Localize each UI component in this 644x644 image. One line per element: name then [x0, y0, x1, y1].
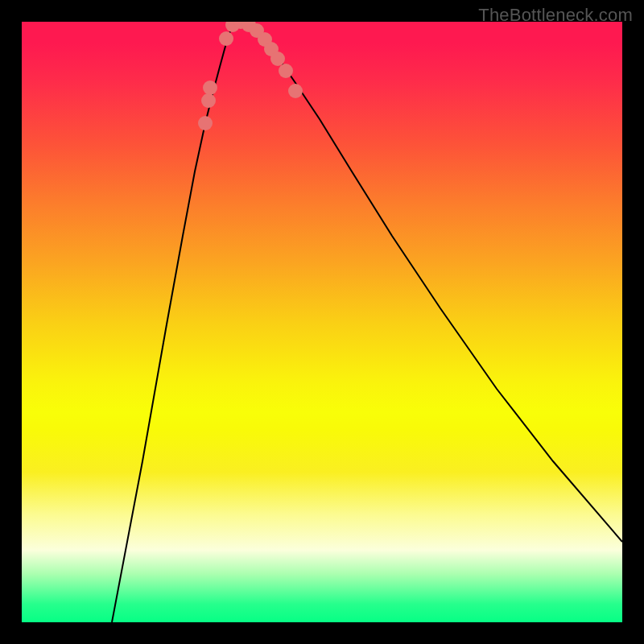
highlight-dot [279, 64, 293, 78]
curve-layer [22, 22, 622, 622]
chart-frame: TheBottleneck.com [0, 0, 644, 644]
bottleneck-curve [112, 22, 622, 622]
highlight-dot [219, 31, 233, 46]
highlight-dot [203, 80, 217, 95]
highlight-dots [198, 22, 303, 130]
highlight-dot [201, 93, 216, 108]
highlight-dot [270, 52, 285, 66]
highlight-dot [288, 84, 303, 98]
plot-area [22, 22, 622, 622]
highlight-dot [198, 116, 213, 130]
